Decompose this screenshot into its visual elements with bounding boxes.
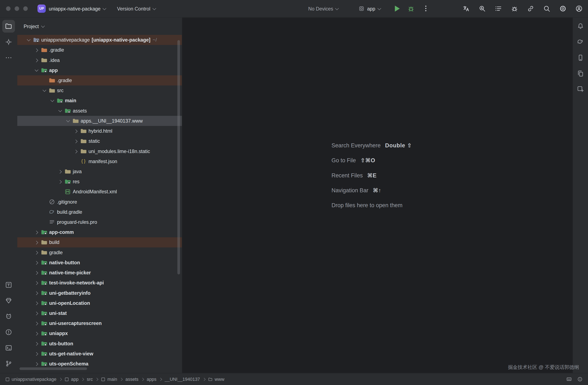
tree-item-app[interactable]: app <box>17 65 182 75</box>
twisty-closed-icon[interactable] <box>33 361 40 367</box>
twisty-closed-icon[interactable] <box>33 351 40 357</box>
gradle-icon[interactable] <box>574 36 587 48</box>
twisty-closed-icon[interactable] <box>57 168 63 175</box>
resource-manager-icon[interactable] <box>2 294 15 307</box>
tree-item-uni-getbatteryinfo[interactable]: uni-getbatteryinfo <box>17 288 182 298</box>
twisty-closed-icon[interactable] <box>33 340 40 346</box>
twisty-closed-icon[interactable] <box>33 300 40 306</box>
vertical-scrollbar[interactable] <box>177 40 180 274</box>
breadcrumb-item-assets[interactable]: assets <box>125 377 138 382</box>
project-icon[interactable] <box>2 20 15 33</box>
tree-item-test-invoke-network-api[interactable]: test-invoke-network-api <box>17 278 182 288</box>
breadcrumb-item-www[interactable]: www <box>208 377 225 382</box>
tree-item-java[interactable]: java <box>17 166 182 177</box>
search-icon[interactable] <box>540 2 553 15</box>
tree-item-src[interactable]: src <box>17 85 182 96</box>
tree-item-assets[interactable]: assets <box>17 106 182 116</box>
commit-icon[interactable] <box>2 36 15 48</box>
tree-item-native-time-picker[interactable]: native-time-picker <box>17 268 182 278</box>
tree-item-main[interactable]: main <box>17 96 182 106</box>
tree-item-app-comm[interactable]: app-comm <box>17 227 182 237</box>
terminal-icon[interactable] <box>2 342 15 354</box>
tree-item-uni-openlocation[interactable]: uni-openLocation <box>17 298 182 308</box>
tree-item-uniappxnativepackage[interactable]: uniappxnativepackage[uniappx-native-pack… <box>17 35 182 45</box>
twisty-open-icon[interactable] <box>25 37 32 43</box>
project-panel-header[interactable]: Project <box>17 18 182 35</box>
tree-item-gradle[interactable]: gradle <box>17 247 182 258</box>
twisty-closed-icon[interactable] <box>33 229 40 235</box>
debug-button[interactable] <box>407 5 415 12</box>
notifications-icon[interactable] <box>574 20 587 33</box>
twisty-closed-icon[interactable] <box>73 128 79 134</box>
layout-inspector-icon[interactable] <box>574 83 587 96</box>
twisty-open-icon[interactable] <box>41 87 47 94</box>
horizontal-scrollbar[interactable] <box>20 367 87 370</box>
more-actions-button[interactable] <box>423 5 429 12</box>
twisty-closed-icon[interactable] <box>57 179 63 185</box>
tree-item-uni-stat[interactable]: uni-stat <box>17 308 182 318</box>
twisty-closed-icon[interactable] <box>33 239 40 245</box>
twisty-open-icon[interactable] <box>57 107 63 114</box>
zoom-window-button[interactable] <box>23 6 28 11</box>
tree-item-manifest-json[interactable]: manifest.json <box>17 156 182 166</box>
twisty-open-icon[interactable] <box>49 97 55 104</box>
twisty-closed-icon[interactable] <box>33 57 40 63</box>
tree-item-res[interactable]: res <box>17 177 182 187</box>
breadcrumb-item-uni-1940137[interactable]: __UNI__1940137 <box>165 377 200 382</box>
tree-item-native-button[interactable]: native-button <box>17 258 182 268</box>
version-control-icon[interactable] <box>2 357 15 370</box>
translate-icon[interactable] <box>460 2 472 15</box>
tree-item-hybrid-html[interactable]: hybrid.html <box>17 126 182 136</box>
tree-item-build-gradle[interactable]: build.gradle <box>17 207 182 217</box>
device-explorer-icon[interactable] <box>574 67 587 80</box>
twisty-closed-icon[interactable] <box>33 330 40 337</box>
device-manager-icon[interactable] <box>574 51 587 64</box>
run-configuration-selector[interactable]: app <box>356 3 383 14</box>
twisty-closed-icon[interactable] <box>33 310 40 316</box>
breadcrumb-item-app[interactable]: app <box>65 377 79 382</box>
breadcrumb-item-main[interactable]: main <box>101 377 117 382</box>
twisty-closed-icon[interactable] <box>33 47 40 53</box>
twisty-closed-icon[interactable] <box>73 148 79 154</box>
twisty-closed-icon[interactable] <box>33 290 40 296</box>
tree-item-uts-button[interactable]: uts-button <box>17 338 182 348</box>
todo-list-icon[interactable] <box>492 2 504 15</box>
tree-item-uts-get-native-view[interactable]: uts-get-native-view <box>17 349 182 359</box>
vcs-widget[interactable]: Version Control <box>114 3 159 14</box>
twisty-closed-icon[interactable] <box>33 249 40 256</box>
ai-assistant-icon[interactable] <box>508 2 521 15</box>
twisty-open-icon[interactable] <box>33 67 40 74</box>
twisty-closed-icon[interactable] <box>73 138 79 144</box>
link-icon[interactable] <box>524 2 537 15</box>
breadcrumb-item-uniappxnativepackage[interactable]: uniappxnativepackage <box>5 377 57 382</box>
close-window-button[interactable] <box>6 6 10 11</box>
settings-icon[interactable] <box>556 2 569 15</box>
tree-item-gradle[interactable]: .gradle <box>17 45 182 55</box>
tree-item-build[interactable]: build <box>17 237 182 247</box>
twisty-open-icon[interactable] <box>65 118 71 124</box>
more-tool-windows-icon[interactable] <box>2 51 15 64</box>
tree-item-uniappx[interactable]: uniappx <box>17 328 182 338</box>
twisty-closed-icon[interactable] <box>33 260 40 266</box>
logcat-icon[interactable] <box>2 310 15 323</box>
editor-hints-icon[interactable] <box>566 376 572 382</box>
minimize-window-button[interactable] <box>15 6 19 11</box>
tree-item-uni-modules-lime-i18n-static[interactable]: uni_modules.lime-i18n.static <box>17 146 182 156</box>
tree-item-idea[interactable]: .idea <box>17 55 182 65</box>
twisty-closed-icon[interactable] <box>33 269 40 276</box>
account-icon[interactable] <box>573 2 585 15</box>
breadcrumb-item-src[interactable]: src <box>87 377 93 382</box>
breadcrumb-item-apps[interactable]: apps <box>147 377 156 382</box>
tree-item-gradle[interactable]: .gradle <box>17 75 182 85</box>
problems-icon[interactable] <box>2 326 15 339</box>
tree-item-proguard-rules-pro[interactable]: proguard-rules.pro <box>17 217 182 227</box>
twisty-closed-icon[interactable] <box>33 280 40 286</box>
build-variants-icon[interactable] <box>2 279 15 291</box>
tree-item-static[interactable]: static <box>17 136 182 146</box>
info-icon[interactable] <box>577 376 583 382</box>
tree-item-apps-uni-1940137-www[interactable]: apps.__UNI__1940137.www <box>17 116 182 126</box>
device-selector[interactable]: No Devices <box>305 3 341 14</box>
tree-item-androidmanifest-xml[interactable]: AndroidManifest.xml <box>17 187 182 197</box>
search-actions-icon[interactable] <box>476 2 488 15</box>
project-switcher[interactable]: uniappx-native-package <box>46 3 109 14</box>
